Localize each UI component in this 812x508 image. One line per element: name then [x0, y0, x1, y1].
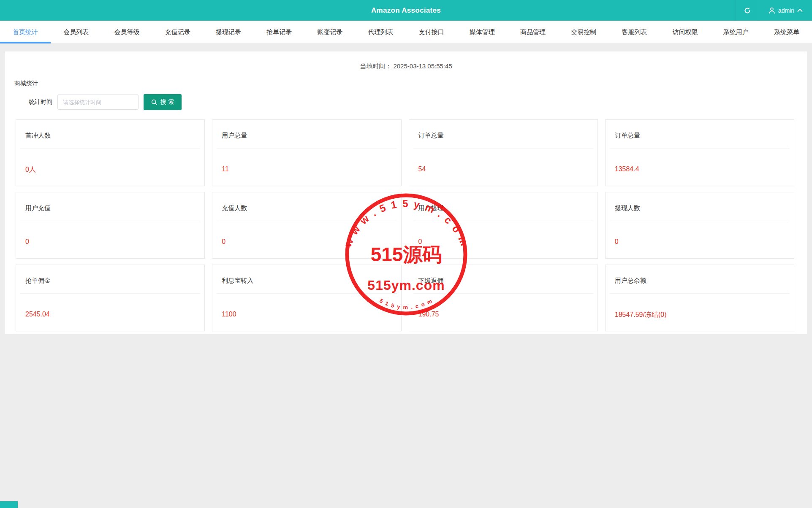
tab-account-change-records[interactable]: 账变记录	[304, 21, 355, 43]
tab-member-list[interactable]: 会员列表	[51, 21, 101, 43]
stat-card-total-orders: 订单总量 54	[409, 119, 598, 186]
stat-value: 1100	[212, 294, 401, 318]
username-label: admin	[778, 7, 794, 14]
stat-card-subordinate-rebate: 下级返佣 190.75	[409, 265, 598, 331]
stat-card-withdraw-users: 提现人数 0	[605, 192, 794, 259]
section-title: 商城统计	[14, 80, 807, 87]
stat-value: 13584.4	[606, 149, 794, 173]
user-icon	[769, 7, 775, 14]
search-icon	[151, 99, 158, 105]
stat-card-interest-transfer: 利息宝转入 1100	[212, 265, 401, 331]
local-time-row: 当地时间： 2025-03-13 05:55:45	[5, 51, 807, 70]
refresh-icon	[744, 7, 751, 14]
tab-payment-interface[interactable]: 支付接口	[406, 21, 457, 43]
tab-order-grab-records[interactable]: 抢单记录	[254, 21, 304, 43]
stat-title: 提现人数	[606, 192, 794, 221]
chevron-up-icon	[797, 8, 803, 12]
content-panel: 当地时间： 2025-03-13 05:55:45 商城统计 统计时间 搜 索 …	[5, 51, 807, 334]
stat-card-recharge-users: 充值人数 0	[212, 192, 401, 259]
filter-row: 统计时间 搜 索	[29, 94, 807, 110]
corner-mark	[0, 501, 18, 508]
stat-value: 0	[606, 221, 794, 246]
tab-transaction-control[interactable]: 交易控制	[558, 21, 609, 43]
stat-value: 54	[409, 149, 597, 173]
local-time-label: 当地时间：	[360, 62, 391, 70]
stat-value: 0	[16, 221, 204, 246]
stat-value: 11	[212, 149, 401, 173]
tab-withdraw-records[interactable]: 提现记录	[203, 21, 254, 43]
search-button-label: 搜 索	[160, 98, 174, 106]
tab-system-users[interactable]: 系统用户	[711, 21, 761, 43]
stat-value: 0	[409, 221, 597, 246]
tab-member-level[interactable]: 会员等级	[101, 21, 152, 43]
tab-service-list[interactable]: 客服列表	[609, 21, 660, 43]
tab-access-rights[interactable]: 访问权限	[660, 21, 710, 43]
stat-title: 用户充值	[16, 192, 204, 221]
stat-card-user-recharge: 用户充值 0	[16, 192, 205, 259]
stat-title: 用户总余额	[606, 265, 794, 293]
refresh-button[interactable]	[736, 0, 759, 21]
stat-card-grab-commission: 抢单佣金 2545.04	[16, 265, 205, 331]
tab-home-stats[interactable]: 首页统计	[0, 21, 51, 43]
stat-card-total-order-amount: 订单总量 13584.4	[605, 119, 794, 186]
stat-title: 用户提现	[409, 192, 597, 221]
tab-recharge-records[interactable]: 充值记录	[152, 21, 203, 43]
filter-label: 统计时间	[29, 98, 52, 106]
app-title: Amazon Associates	[0, 6, 812, 15]
main-nav: 首页统计 会员列表 会员等级 充值记录 提现记录 抢单记录 账变记录 代理列表 …	[0, 21, 812, 44]
stat-title: 下级返佣	[409, 265, 597, 293]
stat-value: 2545.04	[16, 294, 204, 318]
stat-title: 用户总量	[212, 120, 401, 148]
stat-card-first-recharge-users: 首冲人数 0人	[16, 119, 205, 186]
stats-grid: 首冲人数 0人 用户总量 11 订单总量 54 订单总量 13584.4 用户充…	[16, 119, 794, 331]
stat-title: 充值人数	[212, 192, 401, 221]
stat-value: 0人	[16, 149, 204, 174]
stat-time-input[interactable]	[57, 95, 139, 110]
stat-card-total-balance: 用户总余额 18547.59/冻结(0)	[605, 265, 794, 331]
tab-system-menu[interactable]: 系统菜单	[761, 21, 812, 43]
stat-title: 抢单佣金	[16, 265, 204, 293]
app-header: Amazon Associates admin	[0, 0, 812, 21]
tab-media-management[interactable]: 媒体管理	[457, 21, 508, 43]
stat-title: 订单总量	[409, 120, 597, 148]
stat-card-user-withdraw: 用户提现 0	[409, 192, 598, 259]
stat-value: 190.75	[409, 294, 597, 318]
tab-agent-list[interactable]: 代理列表	[355, 21, 406, 43]
user-menu[interactable]: admin	[759, 0, 812, 21]
tab-product-management[interactable]: 商品管理	[508, 21, 558, 43]
local-time-value: 2025-03-13 05:55:45	[393, 62, 452, 70]
stat-value: 18547.59/冻结(0)	[606, 294, 794, 319]
stat-title: 订单总量	[606, 120, 794, 148]
header-controls: admin	[736, 0, 812, 21]
stat-card-total-users: 用户总量 11	[212, 119, 401, 186]
search-button[interactable]: 搜 索	[144, 94, 182, 110]
stat-value: 0	[212, 221, 401, 246]
stat-title: 利息宝转入	[212, 265, 401, 293]
stat-title: 首冲人数	[16, 120, 204, 148]
